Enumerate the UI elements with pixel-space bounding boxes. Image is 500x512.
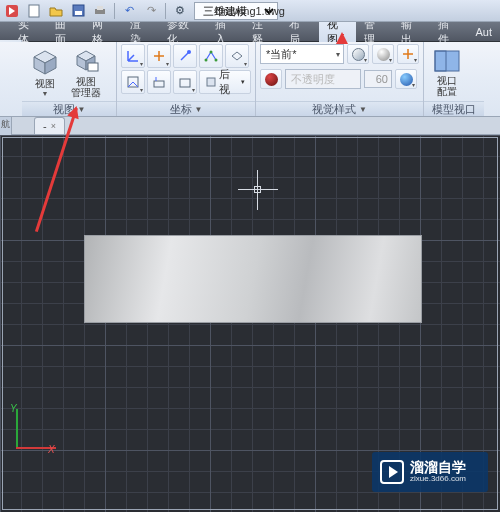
view-manager-button[interactable]: 视图 管理器 [67,44,105,100]
close-icon[interactable]: × [51,121,56,131]
panel-viewport-label: 模型视口 [432,102,476,117]
view-manager-label: 视图 管理器 [71,76,101,98]
save-icon[interactable] [70,3,86,19]
solid-box-object[interactable] [84,235,422,323]
svg-rect-15 [435,51,459,71]
visual-style-current: *当前* [266,47,297,62]
vs-shadows-button[interactable] [260,69,282,89]
model-space-canvas[interactable]: Y X 溜溜自学 zixue.3d66.com [0,135,500,512]
vs-more-button[interactable]: ▾ [397,44,419,64]
chevron-down-icon: ▼ [42,90,49,97]
view-button-label: 视图 [35,78,55,89]
svg-rect-1 [29,5,39,17]
undo-icon[interactable]: ↶ [121,3,137,19]
annotation-arrow-1 [341,34,344,35]
svg-point-8 [205,59,208,62]
app-menu-icon[interactable] [4,3,20,19]
ribbon-tabbar: 实体 曲面 网格 渲染 参数化 插入 注释 布局 视图 管理 输出 插件 Aut [0,22,500,42]
back-view-button[interactable]: 后视▾ [199,70,251,94]
vs-2dwire-button[interactable]: ▾ [347,44,369,64]
panel-visual-label: 视觉样式 [312,102,356,117]
ucs-view-button[interactable]: ▾ [225,44,249,68]
file-tab[interactable]: - × [34,117,65,134]
svg-rect-13 [180,79,190,87]
chevron-down-icon[interactable]: ▼ [359,105,367,114]
watermark: 溜溜自学 zixue.3d66.com [372,452,488,492]
ucs-icon-button[interactable]: ▾ [121,44,145,68]
ucs-z-button[interactable] [173,44,197,68]
visual-style-combo[interactable]: *当前*▾ [260,44,344,64]
panel-coord: ▾ ▾ ▾ ▾ ▾ 后视▾ 坐标▼ [117,42,256,116]
ucs-y-label: Y [10,403,17,414]
panel-coord-label: 坐标 [170,102,192,117]
new-icon[interactable] [26,3,42,19]
watermark-title: 溜溜自学 [410,460,466,474]
svg-point-7 [187,50,191,54]
svg-point-9 [210,51,213,54]
vs-edge-button[interactable]: ▾ [395,69,417,89]
tab-autodesk[interactable]: Aut [467,24,500,40]
view-button[interactable]: 视图 ▼ [26,44,64,100]
quick-access-toolbar: ↶ ↷ ⚙ 三维建模 Drawing1.dwg [0,0,500,22]
svg-rect-6 [88,63,98,71]
nav-label-fragment: 航 [0,117,12,135]
viewport-config-label: 视口 配置 [437,75,457,97]
panel-viewport: 视口 配置 模型视口 [424,42,484,116]
file-tab-name: - [43,120,47,132]
viewport-config-button[interactable]: 视口 配置 [428,44,466,100]
opacity-field: 不透明度 [285,69,361,89]
redo-icon[interactable]: ↷ [143,3,159,19]
print-icon[interactable] [92,3,108,19]
chevron-down-icon[interactable]: ▼ [195,105,203,114]
ucs-x-button[interactable]: ▾ [173,70,197,94]
opacity-value[interactable]: 60 [364,70,392,88]
ucs-x-label: X [48,444,55,455]
panel-visual-style: *当前*▾ ▾ ▾ ▾ 不透明度 60 ▾ 视觉样式▼ [256,42,424,116]
vs-realistic-button[interactable]: ▾ [372,44,394,64]
file-tab-strip: - × [12,117,500,135]
ucs-origin-button[interactable]: ▾ [121,70,145,94]
svg-rect-12 [154,81,164,87]
svg-point-10 [215,59,218,62]
ucs-icon[interactable]: Y X [8,407,58,457]
ucs-object-button[interactable] [147,70,171,94]
ucs-3point-button[interactable] [199,44,223,68]
document-title: Drawing1.dwg [215,5,285,17]
watermark-url: zixue.3d66.com [410,474,466,484]
ucs-world-button[interactable]: ▾ [147,44,171,68]
open-icon[interactable] [48,3,64,19]
cube-icon [30,47,60,77]
svg-rect-14 [207,78,215,86]
opacity-label: 不透明度 [291,72,335,87]
workspace-gear-icon: ⚙ [172,3,188,19]
svg-rect-3 [75,11,82,15]
svg-rect-5 [97,6,103,10]
back-view-label: 后视 [219,67,238,97]
viewport-icon [432,47,462,74]
play-icon [380,460,404,484]
view-manager-icon [71,47,101,75]
